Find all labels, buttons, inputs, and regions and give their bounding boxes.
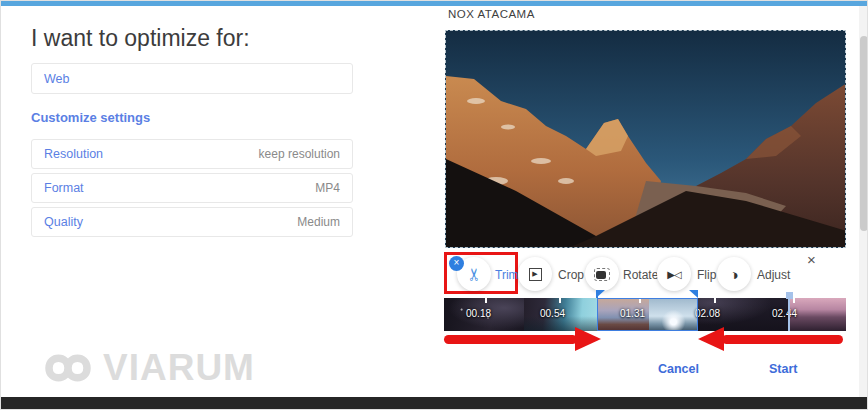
timestamp: 00.18 [466,308,491,319]
quality-value[interactable]: Medium [297,215,340,229]
flip-icon: ▶◁ [667,269,680,280]
timeline-tick [559,297,561,303]
filmstrip-frame [789,298,846,331]
setting-row-resolution[interactable]: Resolution keep resolution [31,139,353,169]
trim-handle-right[interactable] [689,290,698,298]
brand-watermark: VIARUM [37,347,255,389]
cancel-button[interactable]: Cancel [658,362,699,376]
rotate-button[interactable] [585,257,619,291]
resolution-label: Resolution [44,147,103,161]
adjust-button[interactable]: ◑ [717,257,751,291]
timestamp: 02.08 [695,308,720,319]
timeline-filmstrip[interactable]: 00.18 00.54 01.31 02.08 02.44 [444,298,846,331]
trim-remove-badge[interactable]: × [449,256,464,271]
brand-watermark-text: VIARUM [103,348,255,388]
page-title: I want to optimize for: [31,25,250,52]
trim-label[interactable]: Trim [495,268,519,282]
adjust-label[interactable]: Adjust [757,268,790,282]
format-label: Format [44,181,84,195]
adjust-icon: ◑ [729,266,738,283]
video-filename: NOX ATACAMA [448,8,535,20]
preset-value[interactable]: Web [44,72,69,86]
video-frame-image [446,31,846,248]
rotate-label[interactable]: Rotate [623,268,658,282]
scrollbar-track[interactable] [859,6,868,397]
timestamp: 02.44 [772,308,797,319]
scrollbar-thumb[interactable] [860,36,868,231]
resolution-value[interactable]: keep resolution [259,147,340,161]
preset-select[interactable]: Web [31,63,353,94]
infinity-logo-icon [37,347,99,389]
timestamp: 00.54 [540,308,565,319]
quality-label: Quality [44,215,83,229]
flip-label[interactable]: Flip [697,268,716,282]
trim-handle-left[interactable] [596,290,605,298]
crop-icon: ▶ [529,268,542,281]
timeline-playhead[interactable] [788,292,790,331]
timeline-tick [793,297,795,303]
setting-row-quality[interactable]: Quality Medium [31,207,353,237]
timeline-tick [485,297,487,303]
timeline-tick [714,297,716,303]
close-icon[interactable]: × [807,251,816,268]
format-value[interactable]: MP4 [315,181,340,195]
video-preview[interactable] [445,30,846,248]
start-button[interactable]: Start [769,362,797,376]
trim-selection-region[interactable] [597,298,698,331]
scissors-icon: ✂ [464,267,485,281]
flip-button[interactable]: ▶◁ [657,257,691,291]
top-accent-bar [1,1,868,6]
video-optimizer-window: I want to optimize for: Web Customize se… [0,0,868,410]
setting-row-format[interactable]: Format MP4 [31,173,353,203]
rotate-icon [594,268,610,281]
crop-button[interactable]: ▶ [518,257,552,291]
crop-label[interactable]: Crop [558,268,584,282]
customize-settings-link[interactable]: Customize settings [31,110,150,125]
bottom-bar [1,397,868,410]
